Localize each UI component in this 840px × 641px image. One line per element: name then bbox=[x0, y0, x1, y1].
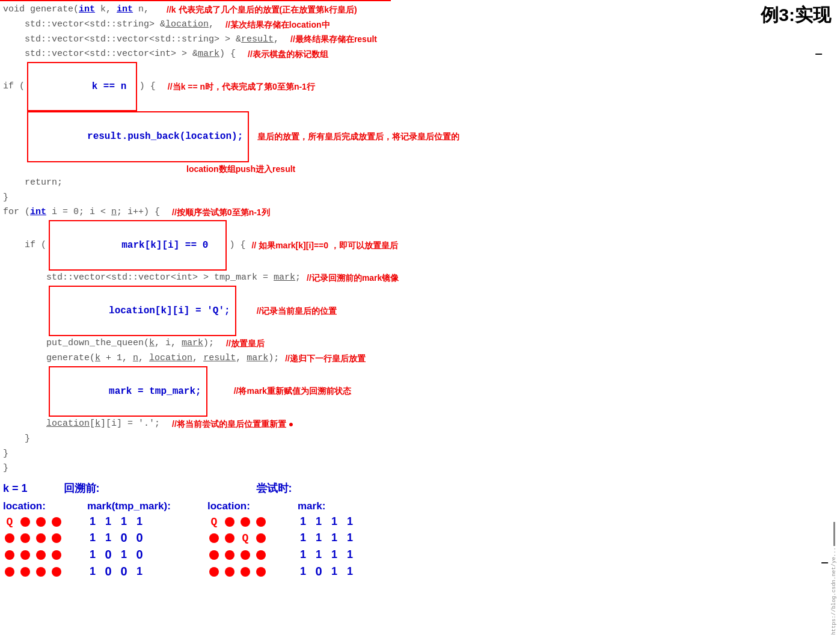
viz-section: k = 1 回溯前: 尝试时: location: mark(tmp_mark)… bbox=[0, 476, 840, 586]
code-line-9: for (int i = 0; i < n; i++) { //按顺序尝试第0至… bbox=[3, 205, 840, 220]
comment-14: //递归下一行皇后放置 bbox=[285, 352, 366, 366]
comment-6: 皇后的放置，所有皇后完成放置后，将记录皇后位置的 bbox=[257, 130, 459, 144]
m2-r3-c2: 1 bbox=[329, 565, 340, 578]
code-line-10: if ( mark[k][i] == 0 ) { // 如果mark[k][i]… bbox=[3, 220, 840, 271]
dot bbox=[20, 567, 30, 577]
dot bbox=[256, 533, 266, 543]
m1-r1-c3: 0 bbox=[134, 531, 145, 545]
comment-4: //表示棋盘的标记数组 bbox=[248, 48, 328, 61]
m2-r2-c1: 1 bbox=[313, 548, 324, 561]
code-line-12: location[k][i] = 'Q'; //记录当前皇后的位置 bbox=[3, 286, 840, 336]
sidebar-bottom: https://blog.csdn.net/ye... bbox=[831, 522, 837, 635]
m2-r0-c2: 1 bbox=[329, 515, 340, 528]
m2-r1-c0: 1 bbox=[298, 532, 308, 544]
dot bbox=[225, 550, 235, 560]
code-line-15: mark = tmp_mark; //将mark重新赋值为回溯前状态 bbox=[3, 366, 840, 417]
mark-label-2: mark: bbox=[298, 500, 325, 512]
m2-r1-c3: 1 bbox=[345, 532, 355, 544]
dot bbox=[5, 533, 14, 543]
m2-r0-c0: 1 bbox=[298, 515, 308, 528]
before-label: 回溯前: bbox=[64, 481, 100, 495]
code-line-3: std::vector<std::vector<std::string> > &… bbox=[3, 32, 840, 48]
m2-r3-c0: 1 bbox=[298, 565, 308, 578]
url-text: https://blog.csdn.net/ye... bbox=[831, 547, 837, 635]
code-line-2: std::vector<std::string> &location, //某次… bbox=[3, 17, 840, 32]
m1-r3-c3: 1 bbox=[134, 565, 145, 578]
location-label-2: location: bbox=[207, 500, 250, 512]
comment-6b: location数组push进入result bbox=[183, 162, 840, 176]
loc2-r1-c2: Q bbox=[239, 532, 252, 544]
m1-r1-c1: 1 bbox=[103, 532, 114, 544]
code-line-11: std::vector<std::vector<int> > tmp_mark … bbox=[3, 271, 840, 286]
m2-r2-c2: 1 bbox=[329, 548, 340, 561]
dash-bottom: — bbox=[821, 557, 828, 569]
code-line-8: } bbox=[3, 191, 840, 206]
dot bbox=[225, 533, 235, 543]
dot bbox=[52, 517, 61, 527]
m2-r0-c1: 1 bbox=[313, 515, 324, 528]
dot bbox=[209, 567, 219, 577]
code-line-5: if ( k == n ) { //当k == n时，代表完成了第0至第n-1行 bbox=[3, 62, 840, 111]
m1-r0-c2: 1 bbox=[118, 515, 129, 528]
m1-r2-c2: 1 bbox=[118, 548, 129, 561]
mark-label-1: mark(tmp_mark): bbox=[87, 500, 171, 512]
comment-15: //将mark重新赋值为回溯前状态 bbox=[234, 384, 351, 398]
m1-r1-c2: 0 bbox=[118, 531, 129, 545]
m1-r3-c0: 1 bbox=[87, 565, 98, 578]
code-block: void generate(int k, int n, //k 代表完成了几个皇… bbox=[0, 2, 840, 476]
m2-r2-c3: 1 bbox=[345, 548, 355, 561]
viz-row-0: Q 1 1 1 1 Q 1 bbox=[3, 515, 837, 528]
scroll-indicator bbox=[833, 522, 835, 546]
code-line-19: } bbox=[3, 461, 840, 476]
comment-10: // 如果mark[k][i]==0 ，即可以放置皇后 bbox=[251, 239, 398, 253]
dot bbox=[5, 567, 14, 577]
dot bbox=[209, 533, 219, 543]
dot bbox=[5, 550, 14, 560]
comment-3: //最终结果存储在result bbox=[290, 32, 377, 46]
comment-1: //k 代表完成了几个皇后的放置(正在放置第k行皇后) bbox=[167, 3, 357, 17]
loc2-r0-c0: Q bbox=[207, 516, 221, 528]
m1-r1-c0: 1 bbox=[87, 532, 98, 544]
location-label-1: location: bbox=[3, 500, 46, 512]
comment-11: //记录回溯前的mark镜像 bbox=[307, 271, 399, 285]
m1-r3-c1: 0 bbox=[103, 565, 114, 578]
dot bbox=[52, 533, 61, 543]
m2-r3-c3: 1 bbox=[345, 565, 355, 578]
comment-9: //按顺序尝试第0至第n-1列 bbox=[172, 206, 270, 219]
code-line-13: put_down_the_queen(k, i, mark); //放置皇后 bbox=[3, 336, 840, 351]
m2-r1-c1: 1 bbox=[313, 532, 324, 544]
dot bbox=[20, 517, 30, 527]
code-line-7: return; bbox=[3, 176, 840, 191]
dot bbox=[52, 567, 61, 577]
comment-12: //记录当前皇后的位置 bbox=[257, 304, 337, 318]
dot bbox=[225, 567, 235, 577]
m2-r1-c2: 1 bbox=[329, 532, 340, 544]
dot bbox=[36, 517, 46, 527]
comment-13: //放置皇后 bbox=[226, 337, 265, 351]
dot bbox=[36, 533, 46, 543]
m1-r2-c3: 0 bbox=[134, 548, 145, 562]
dot bbox=[225, 517, 235, 527]
page-container: 例3:实现 void generate(int k, int n, //k 代表… bbox=[0, 0, 840, 641]
dot bbox=[36, 567, 46, 577]
code-line-1: void generate(int k, int n, //k 代表完成了几个皇… bbox=[3, 2, 840, 17]
m2-r0-c3: 1 bbox=[345, 515, 355, 528]
code-line-16: location[k][i] = '.'; //将当前尝试的皇后位置重新置 ● bbox=[3, 417, 840, 432]
m1-r0-c1: 1 bbox=[103, 515, 114, 528]
dot bbox=[209, 550, 219, 560]
dot bbox=[256, 567, 266, 577]
try-label: 尝试时: bbox=[256, 481, 292, 495]
m2-r3-c1: 0 bbox=[313, 565, 324, 578]
viz-row-2: 1 0 1 0 1 1 1 1 bbox=[3, 548, 837, 562]
m1-r0-c3: 1 bbox=[134, 515, 145, 528]
dot bbox=[20, 550, 30, 560]
code-line-6: result.push_back(location); 皇后的放置，所有皇后完成… bbox=[3, 111, 840, 162]
code-line-17: } bbox=[3, 432, 840, 447]
viz-row-1: 1 1 0 0 Q 1 1 1 1 bbox=[3, 531, 837, 545]
comment-16: //将当前尝试的皇后位置重新置 ● bbox=[172, 417, 293, 431]
m2-r2-c0: 1 bbox=[298, 548, 308, 561]
dot bbox=[241, 517, 250, 527]
dot bbox=[241, 550, 250, 560]
dot bbox=[241, 567, 250, 577]
dot bbox=[36, 550, 46, 560]
